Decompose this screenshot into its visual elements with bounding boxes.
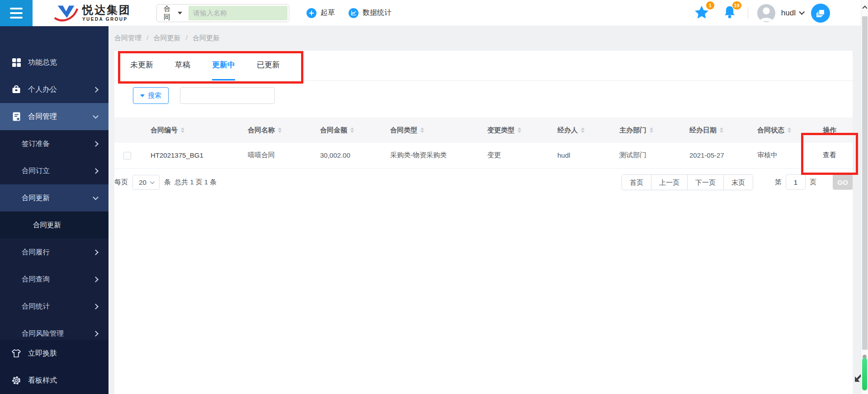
multi-window-button[interactable]: [811, 4, 830, 23]
hamburger-menu-button[interactable]: [0, 0, 33, 26]
jump-prefix-label: 第: [775, 178, 782, 187]
select-all-header: [114, 117, 142, 143]
sidebar-item-personal-office[interactable]: 个人办公: [0, 76, 108, 103]
sidebar-item-label: 合同履行: [22, 248, 50, 257]
sidebar-item-contract-update-active[interactable]: 合同更新: [0, 211, 108, 239]
scroll-up-arrow-icon[interactable]: [862, 5, 867, 10]
filter-keyword-input[interactable]: [180, 87, 275, 104]
sort-icon: [720, 127, 723, 133]
tab-updating[interactable]: 更新中: [212, 51, 235, 80]
page-number-input[interactable]: [786, 174, 806, 190]
username-label[interactable]: hudl: [781, 9, 796, 18]
search-button[interactable]: 搜索: [133, 87, 169, 104]
sidebar-item-function-overview[interactable]: 功能总览: [0, 49, 108, 76]
favorites-button[interactable]: 1: [694, 5, 709, 21]
tab-not-updated[interactable]: 未更新: [130, 51, 153, 80]
caret-down-icon: [178, 12, 182, 14]
col-label: 经办日期: [689, 126, 717, 135]
global-search-input[interactable]: [189, 6, 288, 20]
notifications-button[interactable]: 19: [723, 5, 736, 21]
col-contract-id[interactable]: 合同编号: [142, 117, 239, 143]
col-contract-name[interactable]: 合同名称: [239, 117, 311, 143]
col-label: 合同编号: [151, 126, 178, 135]
plus-circle-icon: [307, 8, 316, 18]
col-label: 合同金额: [320, 126, 347, 135]
first-page-button[interactable]: 首页: [622, 175, 651, 190]
tshirt-icon: [11, 348, 22, 359]
breadcrumb-part-3[interactable]: 合同更新: [193, 34, 220, 42]
last-page-button[interactable]: 末页: [723, 175, 753, 190]
chevron-down-icon: [93, 113, 99, 119]
contract-doc-icon: [11, 111, 22, 122]
search-category-dropdown[interactable]: 合同: [158, 5, 189, 22]
sort-icon: [350, 127, 354, 133]
col-contract-type[interactable]: 合同类型: [381, 117, 478, 143]
col-label: 主办部门: [619, 126, 646, 135]
sidebar-item-signing-preparation[interactable]: 签订准备: [0, 130, 108, 157]
view-link[interactable]: 查看: [823, 151, 836, 159]
col-contract-amount[interactable]: 合同金额: [311, 117, 381, 143]
avatar[interactable]: [757, 4, 775, 22]
draft-button[interactable]: 起草: [307, 8, 335, 18]
prev-page-button[interactable]: 上一页: [651, 175, 687, 190]
col-contract-status[interactable]: 合同状态: [748, 117, 814, 143]
person-icon: [757, 4, 775, 22]
cell-contract-amount: 30,002.00: [311, 143, 381, 168]
sidebar-item-change-skin[interactable]: 立即换肤: [0, 340, 108, 367]
per-page-value: 20: [139, 178, 146, 186]
tab-updated[interactable]: 已更新: [257, 51, 280, 80]
favorites-badge: 1: [706, 1, 714, 9]
sidebar-item-contract-management[interactable]: 合同管理: [0, 103, 108, 130]
sidebar-footer: 立即换肤 看板样式: [0, 340, 108, 394]
chart-circle-icon: [349, 8, 359, 18]
app-root: 悦达集团 YUEDA GROUP 合同 起草 数据统计: [0, 0, 868, 394]
col-handler[interactable]: 经办人: [548, 117, 610, 143]
row-checkbox[interactable]: [123, 152, 131, 159]
sidebar-item-label: 合同统计: [22, 302, 50, 311]
col-department[interactable]: 主办部门: [610, 117, 680, 143]
pagination-bar: 每页 20 条 总共 1 页 1 条 首页 上一页 下一页 末页 第 页: [114, 174, 853, 190]
header-divider: [748, 7, 748, 19]
sidebar-item-board-style[interactable]: 看板样式: [0, 367, 108, 394]
notifications-badge: 19: [732, 1, 741, 9]
sidebar-item-label: 合同订立: [22, 166, 50, 176]
data-statistics-button[interactable]: 数据统计: [349, 8, 392, 18]
breadcrumb-part-2[interactable]: 合同更新: [154, 34, 181, 42]
sidebar-item-label: 合同更新: [22, 193, 50, 203]
col-label: 操作: [823, 126, 836, 135]
cell-change-type: 变更: [478, 143, 548, 168]
breadcrumb-part-1[interactable]: 合同管理: [114, 34, 142, 42]
cell-contract-type: 采购类-物资采购类: [381, 143, 478, 168]
sidebar-item-contract-update-group[interactable]: 合同更新: [0, 184, 108, 211]
sidebar-item-contract-formation[interactable]: 合同订立: [0, 157, 108, 184]
col-handle-date[interactable]: 经办日期: [680, 117, 748, 143]
layers-icon: [816, 9, 825, 18]
per-page-select[interactable]: 20: [132, 175, 160, 190]
sidebar-menu: 功能总览 个人办公: [0, 26, 108, 347]
chevron-right-icon: [93, 331, 99, 337]
sidebar-item-contract-statistics[interactable]: 合同统计: [0, 293, 108, 320]
page-scrollbar[interactable]: [861, 0, 868, 394]
sort-icon: [518, 127, 521, 133]
col-change-type[interactable]: 变更类型: [478, 117, 548, 143]
logo-subtitle: YUEDA GROUP: [82, 17, 131, 22]
logo-mark-icon: [53, 3, 79, 23]
sidebar-item-contract-performance[interactable]: 合同履行: [0, 239, 108, 266]
briefcase-icon: [11, 84, 22, 95]
sort-icon: [181, 127, 184, 133]
tab-draft[interactable]: 草稿: [175, 51, 190, 80]
next-page-button[interactable]: 下一页: [687, 175, 723, 190]
per-page-label: 每页: [114, 178, 128, 187]
sidebar-item-label: 合同更新: [33, 220, 61, 230]
sort-icon: [278, 127, 282, 133]
sidebar-item-label: 立即换肤: [28, 349, 57, 358]
jump-unit-label: 页: [810, 178, 816, 187]
chevron-right-icon: [93, 168, 99, 174]
cell-department: 测试部门: [610, 143, 680, 168]
cell-handle-date: 2021-05-27: [680, 143, 748, 168]
cell-handler: hudl: [548, 143, 610, 168]
sidebar-item-contract-query[interactable]: 合同查询: [0, 266, 108, 293]
sidebar-item-label: 个人办公: [28, 85, 57, 94]
go-button[interactable]: GO: [833, 174, 853, 190]
scrollbar-thumb[interactable]: [862, 16, 868, 350]
